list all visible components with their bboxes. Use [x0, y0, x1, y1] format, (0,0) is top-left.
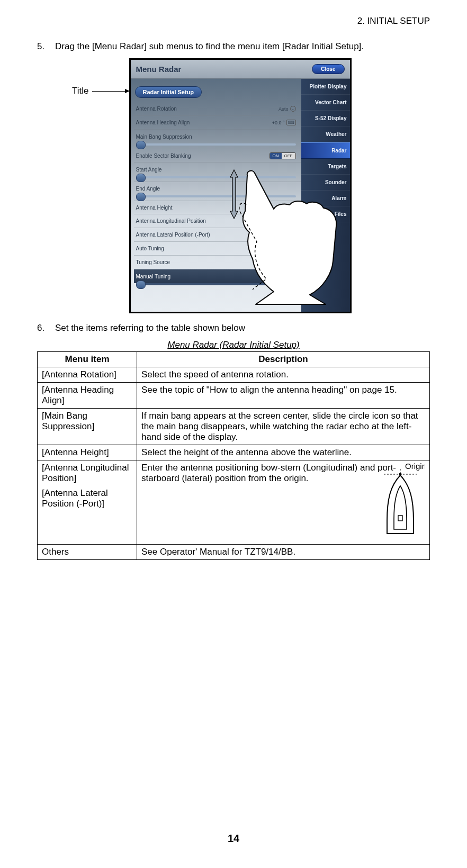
- origin-label: Origin: [405, 463, 425, 471]
- menu-row-antenna-height[interactable]: Antenna Height 3m: [134, 201, 301, 214]
- step-text: Drag the [Menu Radar] sub menus to find …: [55, 41, 430, 52]
- row-label: Antenna Heading Align: [136, 120, 190, 125]
- row-label: Antenna Rotation: [136, 106, 177, 112]
- step-6: 6. Set the items referring to the table …: [37, 323, 430, 333]
- chevron-down-icon[interactable]: ⌄: [290, 106, 296, 112]
- table-row: [Antenna Height] Select the height of th…: [38, 445, 430, 460]
- cell-item: [Antenna Height]: [38, 445, 137, 460]
- chapter-header: 2. INITIAL SETUP: [37, 16, 430, 26]
- menu-row-longitudinal[interactable]: Antenna Longitudinal Position: [134, 214, 301, 228]
- table-row: [Antenna Rotation] Select the speed of a…: [38, 367, 430, 383]
- slider-main-bang[interactable]: [136, 143, 296, 146]
- row-label: Antenna Lateral Position (-Port): [136, 232, 210, 238]
- origin-diagram-icon: Origin: [376, 463, 425, 537]
- menu-row-heading-align[interactable]: Antenna Heading Align +0.0 °⌨: [134, 116, 301, 130]
- slider-manual-tuning[interactable]: [136, 283, 296, 285]
- toggle-sector-blanking[interactable]: ONOFF: [270, 152, 296, 159]
- cell-desc: If main bang appears at the screen cente…: [137, 409, 430, 445]
- cell-item: [Antenna Heading Align]: [38, 383, 137, 409]
- window-title: Menu Radar: [136, 65, 182, 74]
- figure: Title Menu Radar Close Radar Initial Set…: [72, 58, 395, 313]
- row-label: Manual Tuning: [136, 274, 171, 279]
- menu-row-start-angle[interactable]: Start Angle: [134, 162, 301, 176]
- sidebar-item-radar[interactable]: Radar: [301, 142, 350, 159]
- sidebar-item-weather[interactable]: Weather: [301, 126, 350, 142]
- cell-item: [Antenna Longitudinal Position]: [38, 460, 137, 486]
- toggle-auto-tuning[interactable]: ONOFF: [270, 245, 296, 252]
- table-header-description: Description: [137, 352, 430, 367]
- slider-start-angle[interactable]: [136, 176, 296, 178]
- cell-desc: See the topic of "How to align the anten…: [137, 383, 430, 409]
- step-text: Set the items referring to the table sho…: [55, 323, 430, 333]
- sidebar-item-plotter[interactable]: Plotter Display: [301, 79, 350, 95]
- menu-row-tuning-source[interactable]: Tuning Source Range1⌄: [134, 256, 301, 269]
- device-screenshot: Menu Radar Close Radar Initial Setup Ant…: [129, 58, 352, 313]
- row-value[interactable]: Auto⌄: [279, 106, 296, 112]
- row-label: Antenna Longitudinal Position: [136, 218, 206, 224]
- step-number: 6.: [37, 323, 55, 333]
- table-row: Others See Operator' Manual for TZT9/14/…: [38, 544, 430, 559]
- row-label: End Angle: [136, 186, 160, 192]
- table-header-item: Menu item: [38, 352, 137, 367]
- step-number: 5.: [37, 41, 55, 52]
- row-label: Tuning Source: [136, 259, 170, 265]
- settings-table: Menu item Description [Antenna Rotation]…: [37, 351, 430, 560]
- sidebar-item-s52[interactable]: S-52 Display: [301, 111, 350, 126]
- window-titlebar: Menu Radar Close: [131, 60, 350, 79]
- menu-row-auto-tuning[interactable]: Auto Tuning ONOFF: [134, 242, 301, 256]
- menu-row-manual-tuning[interactable]: Manual Tuning: [134, 269, 301, 283]
- menu-row-end-angle[interactable]: End Angle: [134, 182, 301, 195]
- menu-row-lateral[interactable]: Antenna Lateral Position (-Port): [134, 228, 301, 242]
- sidebar-item-sounder[interactable]: Sounder: [301, 175, 350, 191]
- menu-row-antenna-rotation[interactable]: Antenna Rotation Auto⌄: [134, 102, 301, 116]
- close-button[interactable]: Close: [312, 64, 344, 74]
- row-label: Antenna Height: [136, 205, 173, 211]
- row-value[interactable]: +0.0 °⌨: [272, 120, 296, 125]
- cell-desc: Enter the antenna positioning bow-stern …: [137, 460, 430, 545]
- row-label: Start Angle: [136, 167, 162, 173]
- keypad-icon[interactable]: ⌨: [286, 120, 296, 125]
- sidebar-item-alarm[interactable]: Alarm: [301, 191, 350, 206]
- table-row: [Antenna Longitudinal Position] Enter th…: [38, 460, 430, 486]
- menu-row-sector-blanking[interactable]: Enable Sector Blanking ONOFF: [134, 149, 301, 162]
- row-label: Enable Sector Blanking: [136, 153, 191, 159]
- row-label: Auto Tuning: [136, 246, 164, 251]
- cell-desc: Select the height of the antenna above t…: [137, 445, 430, 460]
- side-nav: Plotter Display Vector Chart S-52 Displa…: [301, 79, 350, 312]
- cell-item: Others: [38, 544, 137, 559]
- row-value[interactable]: Range1⌄: [272, 259, 296, 265]
- chevron-down-icon[interactable]: ⌄: [290, 259, 296, 265]
- sidebar-item-files[interactable]: Files: [301, 206, 350, 222]
- row-label: Main Bang Suppression: [136, 134, 192, 140]
- row-value[interactable]: 3m: [289, 205, 296, 210]
- cell-item: [Main Bang Suppression]: [38, 409, 137, 445]
- svg-rect-3: [398, 516, 402, 521]
- sidebar-item-targets[interactable]: Targets: [301, 159, 350, 175]
- cell-desc: See Operator' Manual for TZT9/14/BB.: [137, 544, 430, 559]
- page-number: 14: [0, 833, 467, 845]
- step-5: 5. Drag the [Menu Radar] sub menus to fi…: [37, 41, 430, 52]
- table-row: [Main Bang Suppression] If main bang app…: [38, 409, 430, 445]
- section-title: Radar Initial Setup: [135, 86, 202, 98]
- sidebar-item-vector[interactable]: Vector Chart: [301, 95, 350, 111]
- menu-row-main-bang[interactable]: Main Bang Suppression: [134, 130, 301, 143]
- slider-end-angle[interactable]: [136, 195, 296, 197]
- menu-pane[interactable]: Radar Initial Setup Antenna Rotation Aut…: [131, 79, 301, 312]
- table-row: [Antenna Heading Align] See the topic of…: [38, 383, 430, 409]
- cell-item: [Antenna Rotation]: [38, 367, 137, 383]
- cell-desc: Select the speed of antenna rotation.: [137, 367, 430, 383]
- arrow-icon: [92, 91, 129, 92]
- table-title: Menu Radar (Radar Initial Setup): [37, 340, 430, 350]
- title-annotation: Title: [72, 86, 89, 96]
- cell-item: [Antenna Lateral Position (-Port)]: [38, 486, 137, 544]
